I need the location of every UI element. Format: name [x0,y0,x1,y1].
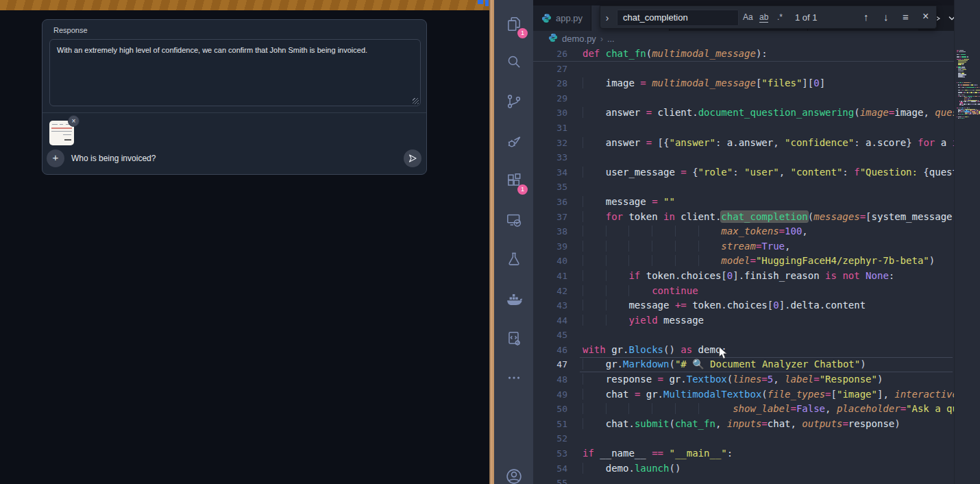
find-input[interactable]: chat_completion [617,10,739,26]
gradio-app: Response With an extremely high level of… [0,10,489,484]
line-number: 32 [533,136,567,151]
line-number: 54 [533,461,567,476]
code-line[interactable]: 53if __name__ == "__main__": [533,446,954,461]
browser-icon-fragment [485,0,489,6]
line-number: 30 [533,106,567,121]
remove-attachment-button[interactable]: × [68,115,79,127]
breadcrumb-symbol[interactable]: ... [607,34,615,44]
code-text: demo.launch() [583,461,681,476]
doc-line [64,139,71,141]
browser-theme-bar [0,0,489,10]
line-number: 34 [533,165,567,180]
search-icon[interactable] [494,46,533,77]
account-icon[interactable] [494,461,533,484]
minimap-line [958,114,980,114]
code-line[interactable]: 30 answer = client.document_question_ans… [533,106,954,121]
code-line[interactable]: 50 show_label=False, placeholder="Ask a … [533,402,954,417]
response-text: With an extremely high level of confiden… [57,46,367,54]
code-text: continue [583,284,698,299]
find-previous-button[interactable]: ↑ [863,11,869,23]
remote-explorer-icon[interactable] [494,204,533,236]
code-line[interactable]: 32 answer = [{"answer": a.answer, "confi… [533,136,954,151]
code-line[interactable]: 41 if token.choices[0].finish_reason is … [533,269,954,284]
code-line[interactable]: 34 user_message = {"role": "user", "cont… [533,165,954,180]
line-number: 40 [533,254,567,269]
explorer-icon[interactable]: 1 [494,8,533,40]
code-line[interactable]: 39 stream=True, [533,239,954,254]
find-expand-toggle[interactable]: › [600,6,614,29]
explorer-badge: 1 [517,28,528,38]
tab-app.py[interactable]: app.py [533,5,591,31]
editor-top-strip [533,0,980,5]
code-text: response = gr.Textbox(lines=5, label="Re… [583,372,883,387]
minimap-line [957,54,966,55]
line-number: 51 [533,417,567,432]
code-line[interactable]: 27 [533,62,954,77]
code-text: image = multimodal_message["files"][0] [583,76,825,91]
code-line[interactable]: 31 [533,121,954,136]
code-line[interactable]: 51 chat.submit(chat_fn, inputs=chat, out… [533,417,954,432]
chat-input[interactable]: Who is being invoiced? [71,154,156,163]
code-line[interactable]: 38 max_tokens=100, [533,224,954,239]
testing-flask-icon[interactable] [494,243,533,275]
code-text: if __name__ == "__main__": [583,446,733,461]
code-line[interactable]: 33 [533,150,954,165]
code-line[interactable]: 29 [533,91,954,106]
python-file-icon [541,13,552,23]
breadcrumb-file[interactable]: demo.py [562,34,596,44]
line-number: 29 [533,91,567,106]
code-line[interactable]: 35 [533,180,954,195]
find-results-count: 1 of 1 [795,12,818,23]
line-number: 42 [533,284,567,299]
code-line[interactable]: 28 image = multimodal_message["files"][0… [533,76,954,91]
minimap-line [958,92,980,93]
code-line[interactable]: 49 chat = gr.MultimodalTextbox(file_type… [533,387,954,402]
line-number: 26 [533,47,567,62]
code-text: yield message [583,313,704,328]
attachment-thumbnail[interactable]: × [49,121,74,145]
code-line[interactable]: 43 message += token.choices[0].delta.con… [533,298,954,313]
code-line[interactable]: 47 gr.Markdown("# 🔍 Document Analyzer Ch… [533,357,954,372]
code-content[interactable]: 26def chat_fn(multimodal_message):2728 i… [533,47,954,484]
extensions-icon[interactable]: 1 [494,165,533,196]
find-in-selection-button[interactable]: ≡ [903,11,909,23]
breadcrumb[interactable]: demo.py › ... [533,31,980,47]
docker-icon[interactable] [494,284,533,315]
line-number: 46 [533,343,567,358]
code-line[interactable]: 37 for token in client.chat_completion(m… [533,210,954,225]
whole-word-toggle[interactable]: ab [759,12,768,22]
minimap-line [958,87,980,88]
add-file-button[interactable]: + [47,149,64,167]
send-button[interactable] [404,149,421,167]
code-line[interactable]: 45 [533,328,954,343]
regex-toggle[interactable]: .* [777,12,783,22]
code-line[interactable]: 46with gr.Blocks() as demo: [533,343,954,358]
resize-handle-icon[interactable] [413,98,419,104]
run-debug-icon[interactable] [494,125,533,157]
code-line[interactable]: 42 continue [533,284,954,299]
activity-bar: 1 1 [494,0,533,484]
code-line[interactable]: 44 yield message [533,313,954,328]
more-icon[interactable] [494,362,533,394]
code-line[interactable]: 52 [533,431,954,446]
minimap-line [957,82,971,83]
source-control-icon[interactable] [494,86,533,117]
code-text: user_message = {"role": "user", "content… [583,165,954,180]
minimap-line [957,51,966,52]
code-line[interactable]: 40 model="HuggingFaceH4/zephyr-7b-beta") [533,254,954,269]
code-line[interactable]: 36 message = "" [533,195,954,210]
code-line[interactable]: 26def chat_fn(multimodal_message): [533,47,954,62]
window-divider[interactable] [489,0,494,484]
divider [42,112,426,113]
code-line[interactable]: 54 demo.launch() [533,461,954,476]
find-close-button[interactable]: × [922,10,929,23]
minimap-line [959,105,964,106]
response-textarea[interactable]: With an extremely high level of confiden… [49,39,421,106]
code-line[interactable]: 55 [533,476,954,484]
find-next-button[interactable]: ↓ [883,11,889,23]
line-number: 44 [533,313,567,328]
minimap[interactable] [954,0,980,484]
dev-containers-icon[interactable] [494,323,533,354]
match-case-toggle[interactable]: Aa [743,12,753,22]
code-line[interactable]: 48 response = gr.Textbox(lines=5, label=… [533,372,954,387]
